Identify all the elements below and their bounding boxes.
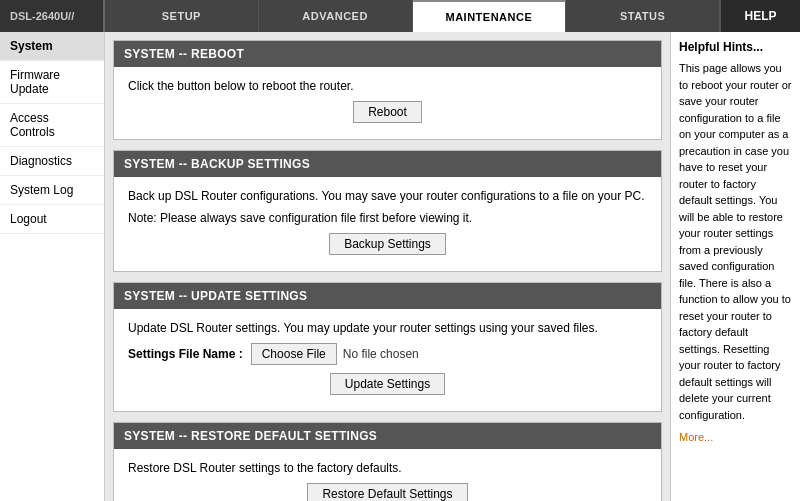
tab-setup[interactable]: SETUP — [105, 0, 259, 32]
brand-logo: DSL-2640U// — [0, 0, 105, 32]
file-label: Settings File Name : — [128, 347, 243, 361]
tab-help[interactable]: HELP — [720, 0, 800, 32]
help-more-link[interactable]: More... — [679, 431, 792, 443]
update-settings-button[interactable]: Update Settings — [330, 373, 445, 395]
brand-model: DSL-2640U — [10, 10, 68, 22]
file-no-file-label: No file chosen — [343, 347, 419, 361]
update-description: Update DSL Router settings. You may upda… — [128, 321, 647, 335]
tab-status[interactable]: STATUS — [566, 0, 720, 32]
section-update-body: Update DSL Router settings. You may upda… — [114, 309, 661, 411]
backup-note: Note: Please always save configuration f… — [128, 211, 647, 225]
backup-description: Back up DSL Router configurations. You m… — [128, 189, 647, 203]
top-nav: DSL-2640U// SETUP ADVANCED MAINTENANCE S… — [0, 0, 800, 32]
file-input-row: Settings File Name : Choose File No file… — [128, 343, 647, 365]
section-update: SYSTEM -- UPDATE SETTINGS Update DSL Rou… — [113, 282, 662, 412]
tab-maintenance[interactable]: MAINTENANCE — [413, 0, 567, 32]
sidebar-item-system-log[interactable]: System Log — [0, 176, 104, 205]
tab-advanced[interactable]: ADVANCED — [259, 0, 413, 32]
restore-default-button[interactable]: Restore Default Settings — [307, 483, 467, 501]
section-restore-body: Restore DSL Router settings to the facto… — [114, 449, 661, 501]
restore-btn-row: Restore Default Settings — [128, 483, 647, 501]
update-btn-row: Update Settings — [128, 373, 647, 395]
reboot-description: Click the button below to reboot the rou… — [128, 79, 647, 93]
backup-settings-button[interactable]: Backup Settings — [329, 233, 446, 255]
backup-btn-row: Backup Settings — [128, 233, 647, 255]
section-backup: SYSTEM -- BACKUP SETTINGS Back up DSL Ro… — [113, 150, 662, 272]
sidebar: System Firmware Update Access Controls D… — [0, 32, 105, 501]
brand-slash: // — [68, 10, 74, 22]
sidebar-item-diagnostics[interactable]: Diagnostics — [0, 147, 104, 176]
section-update-title: SYSTEM -- UPDATE SETTINGS — [114, 283, 661, 309]
choose-file-button[interactable]: Choose File — [251, 343, 337, 365]
content-area: SYSTEM -- REBOOT Click the button below … — [105, 32, 670, 501]
sidebar-item-firmware[interactable]: Firmware Update — [0, 61, 104, 104]
section-reboot-title: SYSTEM -- REBOOT — [114, 41, 661, 67]
restore-description: Restore DSL Router settings to the facto… — [128, 461, 647, 475]
section-reboot-body: Click the button below to reboot the rou… — [114, 67, 661, 139]
help-panel: Helpful Hints... This page allows you to… — [670, 32, 800, 501]
help-title: Helpful Hints... — [679, 40, 792, 54]
section-backup-body: Back up DSL Router configurations. You m… — [114, 177, 661, 271]
section-backup-title: SYSTEM -- BACKUP SETTINGS — [114, 151, 661, 177]
nav-tabs: SETUP ADVANCED MAINTENANCE STATUS — [105, 0, 720, 32]
section-restore-title: SYSTEM -- RESTORE DEFAULT SETTINGS — [114, 423, 661, 449]
reboot-btn-row: Reboot — [128, 101, 647, 123]
main-layout: System Firmware Update Access Controls D… — [0, 32, 800, 501]
sidebar-item-system[interactable]: System — [0, 32, 104, 61]
section-reboot: SYSTEM -- REBOOT Click the button below … — [113, 40, 662, 140]
section-restore: SYSTEM -- RESTORE DEFAULT SETTINGS Resto… — [113, 422, 662, 501]
sidebar-item-logout[interactable]: Logout — [0, 205, 104, 234]
sidebar-item-access-controls[interactable]: Access Controls — [0, 104, 104, 147]
reboot-button[interactable]: Reboot — [353, 101, 422, 123]
help-text: This page allows you to reboot your rout… — [679, 60, 792, 423]
